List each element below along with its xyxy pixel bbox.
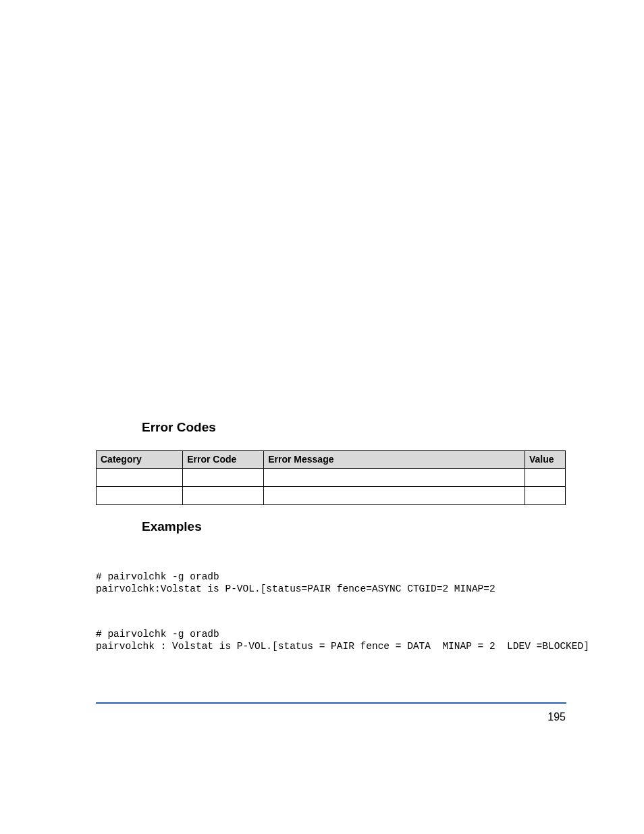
heading-error-codes: Error Codes — [142, 420, 216, 435]
td-error-code — [183, 468, 264, 486]
td-category — [97, 468, 183, 486]
td-value — [525, 486, 566, 504]
th-category: Category — [97, 451, 183, 469]
page-number: 195 — [547, 711, 566, 723]
table-row — [97, 486, 566, 504]
code-example-1: # pairvolchk -g oradb pairvolchk:Volstat… — [96, 571, 495, 595]
code-example-2: # pairvolchk -g oradb pairvolchk : Volst… — [96, 628, 589, 652]
td-category — [97, 486, 183, 504]
table-header-row: Category Error Code Error Message Value — [97, 451, 566, 469]
footer-rule — [96, 702, 566, 704]
error-codes-table: Category Error Code Error Message Value — [96, 450, 566, 505]
page: Error Codes Category Error Code Error Me… — [0, 0, 644, 834]
th-error-message: Error Message — [264, 451, 525, 469]
th-value: Value — [525, 451, 566, 469]
td-error-code — [183, 486, 264, 504]
heading-examples: Examples — [142, 519, 202, 534]
th-error-code: Error Code — [183, 451, 264, 469]
table-row — [97, 468, 566, 486]
td-error-message — [264, 486, 525, 504]
td-error-message — [264, 468, 525, 486]
td-value — [525, 468, 566, 486]
